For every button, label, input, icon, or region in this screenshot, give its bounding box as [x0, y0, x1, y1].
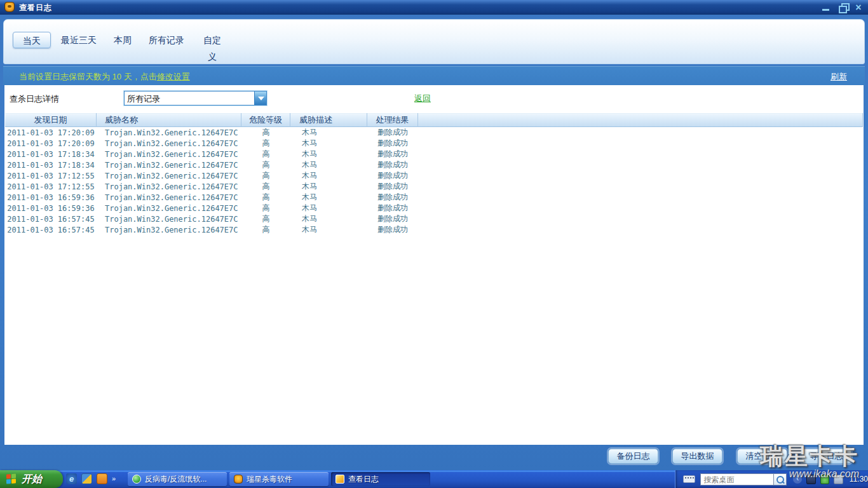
- window-title: 查看日志: [19, 3, 52, 13]
- log-retention-prefix: 当前设置日志保留天数为 10 天，点击: [19, 72, 157, 81]
- tab-this-week[interactable]: 本周: [112, 32, 133, 48]
- log-result-cell: 删除成功: [367, 181, 418, 192]
- tab-all-records[interactable]: 所有记录: [149, 32, 184, 48]
- back-link[interactable]: 返回: [414, 93, 431, 104]
- start-button[interactable]: 开始: [0, 470, 63, 488]
- table-row[interactable]: 2011-01-03 16:59:36 Trojan.Win32.Generic…: [5, 192, 863, 203]
- search-input[interactable]: [700, 473, 775, 485]
- rising-lion-icon: [234, 475, 243, 484]
- tab-today[interactable]: 当天: [13, 32, 51, 48]
- col-header-name[interactable]: 威胁名称: [97, 113, 241, 127]
- tab-last-three-days[interactable]: 最近三天: [61, 32, 97, 48]
- quick-launch-bar: e »: [66, 473, 116, 484]
- green-app-icon: [132, 475, 141, 484]
- table-row[interactable]: 2011-01-03 17:18:34 Trojan.Win32.Generic…: [5, 149, 863, 159]
- table-row[interactable]: 2011-01-03 16:57:45 Trojan.Win32.Generic…: [5, 224, 863, 235]
- log-level-cell: 高: [241, 224, 290, 235]
- refresh-link[interactable]: 刷新: [831, 71, 847, 83]
- log-desc-cell: 木马: [290, 214, 367, 224]
- taskbar-item-antivirus-antirogue[interactable]: 反病毒/反流氓软...: [128, 472, 227, 486]
- internet-explorer-icon[interactable]: e: [66, 473, 77, 484]
- close-button[interactable]: ×: [852, 3, 865, 12]
- log-name-cell: Trojan.Win32.Generic.12647E7C: [97, 182, 241, 191]
- tray-collapse-chevron[interactable]: ‹: [793, 475, 802, 484]
- date-filter-tabbar: 当天 最近三天 本周 所有记录 自定义: [3, 19, 865, 64]
- clear-log-button[interactable]: 清空日志: [737, 449, 787, 464]
- log-table-body: 2011-01-03 17:20:09 Trojan.Win32.Generic…: [5, 127, 863, 235]
- export-data-button[interactable]: 导出数据: [672, 449, 722, 464]
- modify-settings-link[interactable]: 修改设置: [157, 72, 190, 81]
- import-log-button[interactable]: 导入日志: [801, 449, 851, 464]
- log-date-cell: 2011-01-03 16:57:45: [5, 226, 97, 234]
- log-result-cell: 删除成功: [367, 149, 418, 159]
- search-icon[interactable]: [773, 473, 787, 485]
- backup-log-button[interactable]: 备份日志: [608, 449, 658, 464]
- log-result-cell: 删除成功: [367, 159, 418, 170]
- col-header-result[interactable]: 处理结果: [367, 113, 418, 127]
- log-window-icon: [336, 475, 344, 484]
- log-level-cell: 高: [241, 170, 290, 181]
- log-level-cell: 高: [241, 214, 290, 224]
- system-tray: ‹ 11:30: [675, 470, 868, 488]
- table-row[interactable]: 2011-01-03 16:57:45 Trojan.Win32.Generic…: [5, 214, 863, 224]
- table-row[interactable]: 2011-01-03 16:59:36 Trojan.Win32.Generic…: [5, 203, 863, 214]
- log-desc-cell: 木马: [290, 192, 367, 203]
- main-content: 查杀日志详情 所有记录 返回 发现日期 威胁名称 危险等级 威胁描述 处理结果 …: [4, 85, 864, 445]
- log-date-cell: 2011-01-03 17:18:34: [5, 161, 97, 170]
- table-row[interactable]: 2011-01-03 17:12:55 Trojan.Win32.Generic…: [5, 181, 863, 192]
- log-desc-cell: 木马: [290, 203, 367, 214]
- col-header-desc[interactable]: 威胁描述: [290, 113, 367, 127]
- log-result-cell: 删除成功: [367, 170, 418, 181]
- table-row[interactable]: 2011-01-03 17:12:55 Trojan.Win32.Generic…: [5, 170, 863, 181]
- log-table: 发现日期 威胁名称 危险等级 威胁描述 处理结果 2011-01-03 17:2…: [5, 113, 863, 235]
- col-header-date[interactable]: 发现日期: [5, 113, 97, 127]
- log-date-cell: 2011-01-03 17:12:55: [5, 182, 97, 191]
- windows-flag-icon: [6, 473, 17, 484]
- info-bar: 当前设置日志保留天数为 10 天，点击修改设置 刷新: [3, 66, 865, 85]
- table-row[interactable]: 2011-01-03 17:18:34 Trojan.Win32.Generic…: [5, 159, 863, 170]
- log-date-cell: 2011-01-03 16:59:36: [5, 204, 97, 213]
- restore-button[interactable]: [837, 3, 850, 12]
- taskbar-item-view-log[interactable]: 查看日志: [331, 472, 430, 486]
- table-row[interactable]: 2011-01-03 17:20:09 Trojan.Win32.Generic…: [5, 138, 863, 149]
- log-desc-cell: 木马: [290, 127, 367, 138]
- keyboard-layout-icon[interactable]: [683, 475, 695, 483]
- chevron-down-icon[interactable]: [254, 92, 266, 105]
- rising-lion-shield-icon: [4, 2, 15, 12]
- log-name-cell: Trojan.Win32.Generic.12647E7C: [97, 161, 241, 170]
- log-name-cell: Trojan.Win32.Generic.12647E7C: [97, 172, 241, 180]
- table-row[interactable]: 2011-01-03 17:20:09 Trojan.Win32.Generic…: [5, 127, 863, 138]
- title-bar: 查看日志 ×: [0, 0, 868, 15]
- tray-gray-icon[interactable]: [834, 475, 843, 484]
- log-name-cell: Trojan.Win32.Generic.12647E7C: [97, 128, 241, 137]
- tray-shield-icon[interactable]: [806, 475, 816, 484]
- show-desktop-icon[interactable]: [81, 473, 92, 484]
- minimize-button[interactable]: [820, 3, 832, 12]
- log-level-cell: 高: [241, 181, 290, 192]
- log-date-cell: 2011-01-03 16:59:36: [5, 193, 97, 202]
- log-desc-cell: 木马: [290, 170, 367, 181]
- taskbar-item-rising-antivirus[interactable]: 瑞星杀毒软件: [229, 472, 329, 486]
- desktop-search-box: [700, 473, 787, 485]
- log-level-cell: 高: [241, 192, 290, 203]
- log-name-cell: Trojan.Win32.Generic.12647E7C: [97, 150, 241, 159]
- taskbar-clock: 11:30: [850, 475, 868, 484]
- log-result-cell: 删除成功: [367, 192, 418, 203]
- log-date-cell: 2011-01-03 16:57:45: [5, 215, 97, 224]
- tab-custom[interactable]: 自定义: [200, 32, 225, 48]
- log-result-cell: 删除成功: [367, 138, 418, 149]
- scan-log-detail-label: 查杀日志详情: [10, 93, 59, 105]
- log-date-cell: 2011-01-03 17:20:09: [5, 139, 97, 148]
- log-desc-cell: 木马: [290, 138, 367, 149]
- record-type-dropdown[interactable]: 所有记录: [124, 91, 267, 105]
- quick-launch-overflow-chevron[interactable]: »: [112, 473, 116, 484]
- log-desc-cell: 木马: [290, 181, 367, 192]
- gift-box-icon[interactable]: [97, 473, 107, 484]
- log-result-cell: 删除成功: [367, 224, 418, 235]
- log-result-cell: 删除成功: [367, 203, 418, 214]
- log-name-cell: Trojan.Win32.Generic.12647E7C: [97, 215, 241, 224]
- col-header-level[interactable]: 危险等级: [241, 113, 290, 127]
- log-name-cell: Trojan.Win32.Generic.12647E7C: [97, 226, 241, 234]
- log-date-cell: 2011-01-03 17:20:09: [5, 128, 97, 137]
- tray-green-icon[interactable]: [820, 475, 830, 484]
